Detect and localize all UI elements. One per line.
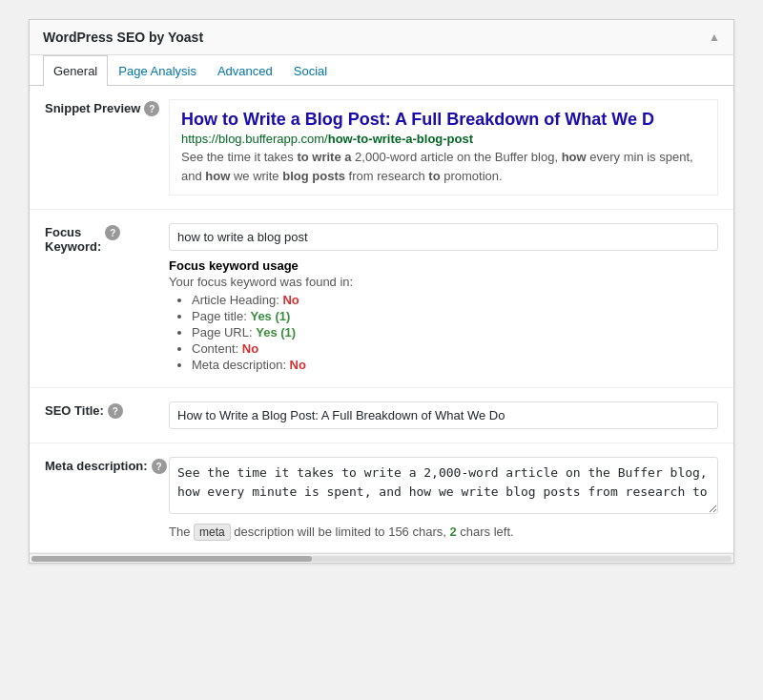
keyword-item-page-url: Page URL: Yes (1) [192, 325, 718, 340]
tab-page-analysis[interactable]: Page Analysis [108, 55, 207, 86]
focus-keyword-input[interactable] [169, 223, 718, 251]
plugin-title: WordPress SEO by Yoast [43, 30, 203, 45]
plugin-box: WordPress SEO by Yoast ▲ General Page An… [29, 19, 734, 564]
snippet-preview-row: Snippet Preview ? How to Write a Blog Po… [30, 86, 733, 210]
snippet-label: Snippet Preview ? [45, 99, 169, 116]
keyword-item-meta-desc-label: Meta description: [192, 358, 290, 372]
meta-description-input[interactable]: See the time it takes to write a 2,000-w… [169, 457, 718, 514]
meta-description-row: Meta description: ? See the time it take… [30, 443, 733, 553]
tab-advanced[interactable]: Advanced [207, 55, 283, 86]
scrollbar-thumb[interactable] [31, 556, 312, 562]
keyword-item-page-title-label: Page title: [192, 309, 250, 323]
keyword-item-page-url-status: Yes (1) [256, 325, 296, 340]
tab-content: Snippet Preview ? How to Write a Blog Po… [30, 86, 733, 553]
keyword-item-meta-desc-status: No [290, 358, 306, 372]
keyword-item-heading-status: No [282, 293, 299, 307]
meta-highlight: meta [194, 524, 231, 541]
keyword-list: Article Heading: No Page title: Yes (1) … [169, 293, 718, 372]
keyword-item-page-title-status: Yes (1) [250, 309, 290, 323]
snippet-desc: See the time it takes to write a 2,000-w… [181, 148, 706, 185]
meta-description-help-icon[interactable]: ? [152, 459, 167, 474]
chars-left: 2 [449, 525, 456, 539]
plugin-header: WordPress SEO by Yoast ▲ [30, 20, 733, 55]
snippet-content: How to Write a Blog Post: A Full Breakdo… [169, 99, 718, 196]
meta-note: The meta description will be limited to … [169, 525, 718, 539]
snippet-title: How to Write a Blog Post: A Full Breakdo… [181, 110, 706, 130]
focus-keyword-label: FocusKeyword: ? [45, 223, 169, 254]
keyword-item-page-title: Page title: Yes (1) [192, 309, 718, 323]
focus-keyword-label-text: FocusKeyword: [45, 225, 101, 254]
keyword-item-heading-label: Article Heading: [192, 293, 282, 307]
focus-keyword-help-icon[interactable]: ? [105, 225, 120, 240]
seo-title-row: SEO Title: ? [30, 388, 733, 443]
meta-description-content: See the time it takes to write a 2,000-w… [169, 457, 718, 539]
snippet-label-text: Snippet Preview [45, 101, 140, 115]
meta-description-label-text: Meta description: [45, 459, 148, 473]
keyword-item-content-status: No [242, 341, 258, 356]
keyword-item-content: Content: No [192, 341, 718, 356]
seo-title-label: SEO Title: ? [45, 401, 169, 419]
keyword-item-content-label: Content: [192, 341, 242, 356]
focus-keyword-row: FocusKeyword: ? Focus keyword usage Your… [30, 210, 733, 388]
collapse-icon[interactable]: ▲ [709, 31, 720, 44]
usage-title: Focus keyword usage [169, 258, 718, 273]
seo-title-help-icon[interactable]: ? [108, 403, 123, 419]
keyword-item-meta-desc: Meta description: No [192, 358, 718, 372]
focus-keyword-usage: Focus keyword usage Your focus keyword w… [169, 258, 718, 372]
meta-description-label: Meta description: ? [45, 457, 169, 474]
snippet-help-icon[interactable]: ? [144, 101, 159, 116]
scrollbar-area[interactable] [30, 553, 733, 563]
snippet-url: https://blog.bufferapp.com/how-to-write-… [181, 132, 706, 146]
focus-keyword-content: Focus keyword usage Your focus keyword w… [169, 223, 718, 374]
seo-title-content [169, 401, 718, 429]
keyword-item-page-url-label: Page URL: [192, 325, 256, 340]
tabs-bar: General Page Analysis Advanced Social [30, 55, 733, 86]
tab-social[interactable]: Social [283, 55, 338, 86]
seo-title-input[interactable] [169, 401, 718, 429]
usage-subtitle: Your focus keyword was found in: [169, 275, 718, 289]
scrollbar-track [31, 556, 732, 562]
keyword-item-heading: Article Heading: No [192, 293, 718, 307]
snippet-preview-box: How to Write a Blog Post: A Full Breakdo… [169, 99, 718, 196]
seo-title-label-text: SEO Title: [45, 403, 104, 418]
tab-general[interactable]: General [43, 55, 108, 86]
